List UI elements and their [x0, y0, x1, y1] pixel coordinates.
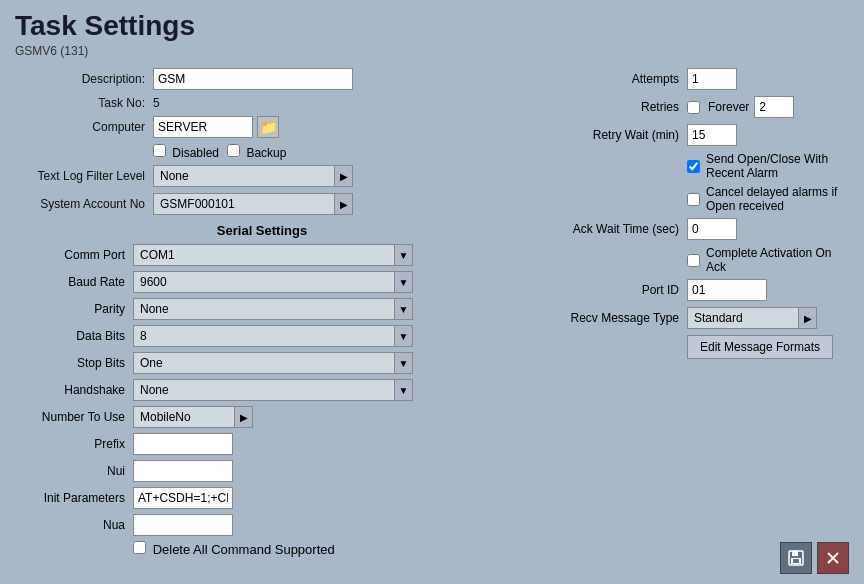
parity-value: None	[134, 300, 394, 318]
sysaccount-row: System Account No GSMF000101 ▶	[15, 193, 509, 215]
retrywait-label: Retry Wait (min)	[529, 128, 679, 142]
databits-row: Data Bits 8 ▼	[15, 325, 509, 347]
databits-arrow: ▼	[394, 326, 412, 346]
description-input[interactable]	[153, 68, 353, 90]
completeact-checkbox[interactable]	[687, 254, 700, 267]
sysaccount-dropdown[interactable]: GSMF000101 ▶	[153, 193, 353, 215]
page-title: Task Settings	[15, 10, 849, 42]
disabled-label: Disabled	[172, 146, 219, 160]
disabled-checkbox-label[interactable]: Disabled	[153, 144, 219, 160]
save-icon	[787, 549, 805, 567]
recvmsg-arrow: ▶	[798, 308, 816, 328]
retries-label: Retries	[529, 100, 679, 114]
stopbits-row: Stop Bits One ▼	[15, 352, 509, 374]
databits-dropdown[interactable]: 8 ▼	[133, 325, 413, 347]
disabled-checkbox[interactable]	[153, 144, 166, 157]
forever-label: Forever	[708, 100, 749, 114]
computer-label: Computer	[15, 120, 145, 134]
textlog-row: Text Log Filter Level None ▶	[15, 165, 509, 187]
initparams-label: Init Parameters	[15, 491, 125, 505]
serial-section-title: Serial Settings	[15, 223, 509, 238]
portid-row: Port ID	[529, 279, 849, 301]
sysaccount-label: System Account No	[15, 197, 145, 211]
prefix-input[interactable]	[133, 433, 233, 455]
backup-checkbox-label[interactable]: Backup	[227, 144, 286, 160]
commport-label: Comm Port	[15, 248, 125, 262]
portid-input[interactable]	[687, 279, 767, 301]
commport-arrow: ▼	[394, 245, 412, 265]
right-panel: Attempts Retries Forever Retry Wait (min…	[529, 68, 849, 562]
nui-input[interactable]	[133, 460, 233, 482]
nua-input[interactable]	[133, 514, 233, 536]
page: Task Settings GSMV6 (131) Description: T…	[0, 0, 864, 584]
recvmsg-label: Recv Message Type	[529, 311, 679, 325]
handshake-value: None	[134, 381, 394, 399]
retries-input[interactable]	[754, 96, 794, 118]
nua-label: Nua	[15, 518, 125, 532]
computer-input[interactable]	[153, 116, 253, 138]
computer-row: Computer 📁	[15, 116, 509, 138]
backup-label: Backup	[246, 146, 286, 160]
bottom-buttons	[780, 542, 849, 574]
backup-checkbox[interactable]	[227, 144, 240, 157]
numbertouse-row: Number To Use MobileNo ▶	[15, 406, 509, 428]
handshake-label: Handshake	[15, 383, 125, 397]
textlog-value: None	[154, 167, 334, 185]
textlog-label: Text Log Filter Level	[15, 169, 145, 183]
ackwait-label: Ack Wait Time (sec)	[529, 222, 679, 236]
close-icon	[826, 551, 840, 565]
sysaccount-arrow: ▶	[334, 194, 352, 214]
ackwait-row: Ack Wait Time (sec)	[529, 218, 849, 240]
baudrate-label: Baud Rate	[15, 275, 125, 289]
sendopen-checkbox[interactable]	[687, 160, 700, 173]
folder-button[interactable]: 📁	[257, 116, 279, 138]
baudrate-arrow: ▼	[394, 272, 412, 292]
textlog-dropdown[interactable]: None ▶	[153, 165, 353, 187]
handshake-arrow: ▼	[394, 380, 412, 400]
cancel-label: Cancel delayed alarms if Open received	[706, 185, 849, 213]
retrywait-input[interactable]	[687, 124, 737, 146]
cancel-row: Cancel delayed alarms if Open received	[687, 185, 849, 213]
close-button[interactable]	[817, 542, 849, 574]
portid-label: Port ID	[529, 283, 679, 297]
commport-value: COM1	[134, 246, 394, 264]
edit-btn-row: Edit Message Formats	[687, 335, 849, 359]
left-panel: Description: Task No: 5 Computer 📁 Disab…	[15, 68, 509, 562]
parity-row: Parity None ▼	[15, 298, 509, 320]
initparams-row: Init Parameters	[15, 487, 509, 509]
databits-value: 8	[134, 327, 394, 345]
textlog-arrow: ▶	[334, 166, 352, 186]
recvmsg-dropdown[interactable]: Standard ▶	[687, 307, 817, 329]
deleteall-label: Delete All Command Supported	[153, 542, 335, 557]
sendopen-row: Send Open/Close With Recent Alarm	[687, 152, 849, 180]
retries-row: Retries Forever	[529, 96, 849, 118]
baudrate-row: Baud Rate 9600 ▼	[15, 271, 509, 293]
handshake-dropdown[interactable]: None ▼	[133, 379, 413, 401]
deleteall-checkbox[interactable]	[133, 541, 146, 554]
baudrate-dropdown[interactable]: 9600 ▼	[133, 271, 413, 293]
save-button[interactable]	[780, 542, 812, 574]
nui-row: Nui	[15, 460, 509, 482]
recvmsg-value: Standard	[688, 309, 798, 327]
forever-checkbox[interactable]	[687, 101, 700, 114]
edit-message-formats-button[interactable]: Edit Message Formats	[687, 335, 833, 359]
stopbits-value: One	[134, 354, 394, 372]
attempts-input[interactable]	[687, 68, 737, 90]
sendopen-label: Send Open/Close With Recent Alarm	[706, 152, 849, 180]
numbertouse-dropdown[interactable]: MobileNo ▶	[133, 406, 253, 428]
prefix-label: Prefix	[15, 437, 125, 451]
commport-dropdown[interactable]: COM1 ▼	[133, 244, 413, 266]
completeact-label: Complete Activation On Ack	[706, 246, 849, 274]
nui-label: Nui	[15, 464, 125, 478]
prefix-row: Prefix	[15, 433, 509, 455]
parity-arrow: ▼	[394, 299, 412, 319]
nua-row: Nua	[15, 514, 509, 536]
svg-rect-1	[792, 551, 798, 556]
cancel-checkbox[interactable]	[687, 193, 700, 206]
numbertouse-value: MobileNo	[134, 408, 234, 426]
initparams-input[interactable]	[133, 487, 233, 509]
ackwait-input[interactable]	[687, 218, 737, 240]
parity-dropdown[interactable]: None ▼	[133, 298, 413, 320]
stopbits-dropdown[interactable]: One ▼	[133, 352, 413, 374]
deleteall-checkbox-label[interactable]: Delete All Command Supported	[133, 541, 335, 557]
